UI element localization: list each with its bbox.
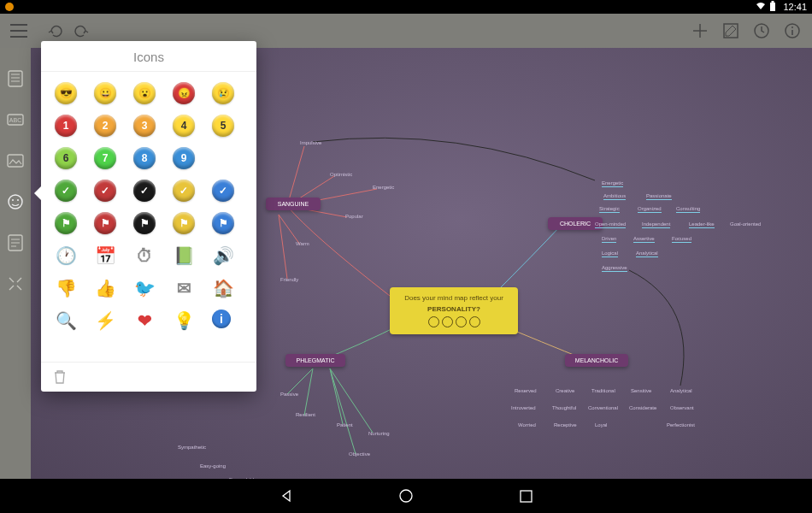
number-8-icon[interactable]: 8 xyxy=(133,147,156,169)
info-blue-icon[interactable]: i xyxy=(212,310,231,328)
info-icon[interactable] xyxy=(780,18,805,44)
node-sanguine[interactable]: SANGUINE xyxy=(266,198,321,210)
tag: Observant xyxy=(670,405,694,410)
number-5-icon[interactable]: 5 xyxy=(212,115,234,137)
heart-icon[interactable]: ❤ xyxy=(133,310,156,332)
sidebar-image-icon[interactable] xyxy=(5,150,26,171)
mail-icon[interactable]: ✉ xyxy=(173,277,195,299)
calendar-icon[interactable]: 📅 xyxy=(94,245,116,267)
icons-grid: 😎 😀 😮 😠 😢 1 2 3 4 5 6 7 8 9 ✓ ✓ ✓ ✓ ✓ ⚑ xyxy=(41,72,256,362)
sidebar-list-icon[interactable] xyxy=(5,233,26,253)
sidebar-emoji-icon[interactable] xyxy=(5,192,26,212)
book-icon[interactable]: 📗 xyxy=(173,245,195,267)
stopwatch-icon[interactable]: ⏱ xyxy=(133,245,156,267)
tag: Considerate xyxy=(629,405,656,410)
node-phlegmatic[interactable]: PHLEGMATIC xyxy=(285,354,345,367)
face-sad-icon[interactable]: 😢 xyxy=(212,82,234,104)
sidebar-collapse-icon[interactable] xyxy=(5,274,26,294)
panel-title: Icons xyxy=(41,41,256,72)
back-button[interactable] xyxy=(278,487,295,504)
bird-icon[interactable]: 🐦 xyxy=(133,277,156,299)
check-blue-icon[interactable]: ✓ xyxy=(212,180,234,202)
check-black-icon[interactable]: ✓ xyxy=(133,180,156,202)
svg-point-12 xyxy=(12,199,14,201)
trash-icon[interactable] xyxy=(53,369,67,385)
tag: Perfectionist xyxy=(667,422,695,428)
flag-black-icon[interactable]: ⚑ xyxy=(133,212,156,234)
central-node[interactable]: Does your mind map reflect your PERSONAL… xyxy=(390,287,518,334)
number-3-icon[interactable]: 3 xyxy=(133,115,156,137)
thumbs-down-icon[interactable]: 👎 xyxy=(55,277,77,299)
add-icon[interactable] xyxy=(687,18,713,44)
flag-red-icon[interactable]: ⚑ xyxy=(94,212,116,234)
central-faces xyxy=(428,316,480,327)
face-angry-icon[interactable]: 😠 xyxy=(173,82,195,104)
number-4-icon[interactable]: 4 xyxy=(173,115,195,137)
central-line2: PERSONALITY? xyxy=(427,305,480,313)
tag: Patient xyxy=(337,422,353,428)
tag: Driven xyxy=(602,236,616,243)
number-2-icon[interactable]: 2 xyxy=(94,115,116,137)
tag: Resilient xyxy=(296,412,315,417)
speaker-icon[interactable]: 🔊 xyxy=(212,245,234,267)
face-grin-icon[interactable]: 😀 xyxy=(94,82,116,104)
check-yellow-icon[interactable]: ✓ xyxy=(173,180,195,202)
clock-icon[interactable]: 🕐 xyxy=(55,245,77,267)
flag-yellow-icon[interactable]: ⚑ xyxy=(173,212,195,234)
history-icon[interactable] xyxy=(749,18,774,44)
number-9-icon[interactable]: 9 xyxy=(173,147,195,169)
svg-rect-0 xyxy=(770,3,775,11)
tag: Nurturing xyxy=(368,431,390,436)
tag: Popular xyxy=(345,214,363,219)
wifi-icon xyxy=(756,2,766,12)
check-red-icon[interactable]: ✓ xyxy=(94,180,116,202)
search-icon[interactable]: 🔍 xyxy=(55,310,77,332)
tag: Optimistic xyxy=(330,172,352,177)
icons-panel: Icons 😎 😀 😮 😠 😢 1 2 3 4 5 6 7 8 9 ✓ ✓ ✓ … xyxy=(41,41,256,392)
number-6-icon[interactable]: 6 xyxy=(55,147,77,169)
bulb-icon[interactable]: 💡 xyxy=(173,310,195,332)
edit-icon[interactable] xyxy=(718,18,744,44)
thumbs-up-icon[interactable]: 👍 xyxy=(94,277,116,299)
tag: Focused xyxy=(672,236,691,243)
number-7-icon[interactable]: 7 xyxy=(94,147,116,169)
svg-rect-16 xyxy=(521,491,532,502)
tag: Independent xyxy=(642,221,670,228)
tag: Reserved xyxy=(515,388,537,393)
tag: Friendly xyxy=(280,277,298,282)
redo-icon[interactable] xyxy=(68,19,92,43)
tag: Consulting xyxy=(676,206,700,213)
menu-icon[interactable] xyxy=(7,19,31,43)
tag: Strategic xyxy=(599,206,620,213)
recents-button[interactable] xyxy=(517,487,534,504)
face-shock-icon[interactable]: 😮 xyxy=(133,82,156,104)
central-line1: Does your mind map reflect your xyxy=(404,294,503,302)
tag: Loyal xyxy=(595,422,607,428)
tag: Sympathetic xyxy=(178,445,206,450)
tag: Creative xyxy=(556,388,574,393)
sidebar-text-icon[interactable]: ABC xyxy=(5,109,26,130)
sidebar-doc-icon[interactable] xyxy=(5,68,26,89)
tag: Worried xyxy=(518,422,536,428)
check-green-icon[interactable]: ✓ xyxy=(55,180,77,202)
tag: Objective xyxy=(349,451,370,457)
svg-rect-10 xyxy=(8,155,23,167)
tag: Introverted xyxy=(511,405,536,410)
svg-point-15 xyxy=(400,490,412,502)
tag: Traditional xyxy=(591,388,615,393)
battery-icon xyxy=(769,1,776,13)
node-melancholic[interactable]: MELANCHOLIC xyxy=(565,354,628,367)
android-navbar xyxy=(0,479,812,513)
tag: Goal-oriented xyxy=(730,221,761,227)
number-1-icon[interactable]: 1 xyxy=(55,115,77,137)
home-button[interactable] xyxy=(397,487,415,504)
face-cool-icon[interactable]: 😎 xyxy=(55,82,77,104)
lightning-icon[interactable]: ⚡ xyxy=(94,310,116,332)
tag: Organized xyxy=(638,206,662,213)
undo-icon[interactable] xyxy=(44,19,68,43)
flag-blue-icon[interactable]: ⚑ xyxy=(212,212,234,234)
status-time: 12:41 xyxy=(783,2,807,12)
empty-slot xyxy=(212,147,234,169)
home-icon[interactable]: 🏠 xyxy=(212,277,234,299)
flag-green-icon[interactable]: ⚑ xyxy=(55,212,77,234)
